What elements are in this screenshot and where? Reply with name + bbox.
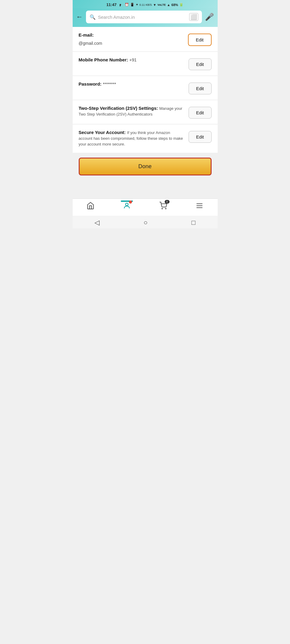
lte-icon: VoLTE bbox=[157, 3, 166, 6]
svg-point-2 bbox=[165, 208, 166, 209]
password-label: Password: bbox=[79, 81, 102, 87]
phone-edit-button[interactable]: Edit bbox=[189, 58, 212, 70]
phone-label: Mobile Phone Number: bbox=[79, 57, 128, 62]
top-bar: ← 🔍 Search Amazon.in ⬜ 🎤 bbox=[73, 8, 218, 27]
two-step-text: Two-Step Verification (2SV) Settings: Ma… bbox=[79, 106, 189, 117]
status-dot: • bbox=[120, 4, 121, 5]
phone-value: +91 bbox=[129, 57, 137, 62]
wifi-icon: ▼ bbox=[153, 3, 156, 7]
gesture-bar: ◁ ○ □ bbox=[73, 216, 218, 228]
nav-cart[interactable]: 0 bbox=[159, 202, 167, 211]
search-input[interactable]: Search Amazon.in bbox=[98, 15, 187, 20]
spacer bbox=[73, 180, 218, 198]
email-text: E-mail: @gmail.com bbox=[79, 32, 188, 46]
password-text: Password: ******** bbox=[79, 81, 189, 87]
cart-badge: 0 bbox=[165, 200, 170, 204]
secure-edit-button[interactable]: Edit bbox=[189, 131, 212, 143]
microphone-icon[interactable]: 🎤 bbox=[205, 13, 214, 21]
menu-icon bbox=[196, 202, 203, 211]
camera-icon[interactable]: ⬜ bbox=[189, 13, 198, 21]
nav-account[interactable] bbox=[123, 202, 131, 211]
email-value: @gmail.com bbox=[79, 41, 183, 46]
password-edit-button[interactable]: Edit bbox=[189, 83, 212, 94]
data-speed: 0.11 KB/S bbox=[140, 3, 152, 6]
home-icon bbox=[87, 202, 94, 211]
search-icon: 🔍 bbox=[90, 14, 96, 20]
svg-point-1 bbox=[162, 208, 163, 209]
status-bar: 11:47 • ⏰ 📳 ✦ 0.11 KB/S ▼ VoLTE ▲ 68% 🔋 bbox=[73, 0, 218, 8]
notification-dot bbox=[129, 201, 132, 204]
search-bar[interactable]: 🔍 Search Amazon.in ⬜ bbox=[86, 11, 202, 23]
settings-content: E-mail: @gmail.com Edit Mobile Phone Num… bbox=[73, 27, 218, 153]
bottom-nav: 0 bbox=[73, 198, 218, 216]
email-row: E-mail: @gmail.com Edit bbox=[73, 27, 218, 52]
home-gesture[interactable]: ○ bbox=[143, 219, 147, 227]
phone-row: Mobile Phone Number: +91 Edit bbox=[73, 52, 218, 76]
done-section: Done bbox=[73, 153, 218, 180]
battery-text: 68% bbox=[171, 3, 178, 7]
nav-menu[interactable] bbox=[196, 202, 203, 211]
alarm-icon: ⏰ bbox=[125, 3, 129, 7]
back-button[interactable]: ← bbox=[76, 13, 83, 21]
svg-point-0 bbox=[126, 203, 128, 206]
password-row: Password: ******** Edit bbox=[73, 76, 218, 100]
vibrate-icon: 📳 bbox=[130, 3, 134, 7]
status-icons: ⏰ 📳 ✦ 0.11 KB/S ▼ VoLTE ▲ 68% 🔋 bbox=[125, 3, 184, 7]
status-time: 11:47 bbox=[107, 2, 117, 7]
two-step-row: Two-Step Verification (2SV) Settings: Ma… bbox=[73, 100, 218, 124]
secure-text: Secure Your Account: If you think your A… bbox=[79, 130, 189, 147]
phone-text: Mobile Phone Number: +91 bbox=[79, 57, 189, 63]
password-value: ******** bbox=[103, 82, 116, 87]
done-button[interactable]: Done bbox=[79, 158, 212, 175]
back-gesture[interactable]: ◁ bbox=[94, 219, 100, 227]
two-step-edit-button[interactable]: Edit bbox=[189, 107, 212, 119]
secure-label: Secure Your Account: bbox=[79, 130, 126, 135]
bluetooth-icon: ✦ bbox=[136, 3, 138, 7]
recent-gesture[interactable]: □ bbox=[192, 219, 196, 227]
battery-icon: 🔋 bbox=[179, 3, 183, 7]
email-label: E-mail: bbox=[79, 32, 183, 38]
two-step-label: Two-Step Verification (2SV) Settings: bbox=[79, 106, 158, 111]
signal-icon: ▲ bbox=[167, 3, 170, 7]
email-edit-button[interactable]: Edit bbox=[188, 34, 212, 46]
secure-account-row: Secure Your Account: If you think your A… bbox=[73, 124, 218, 153]
nav-home[interactable] bbox=[87, 202, 94, 211]
